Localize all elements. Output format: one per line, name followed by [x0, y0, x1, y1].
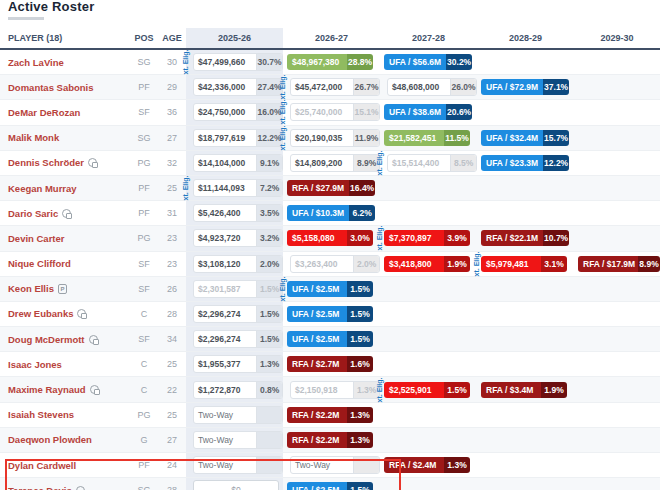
season-cell: $2,150,9181.3% — [283, 377, 380, 401]
badge-value: $5,979,481 — [481, 256, 541, 272]
position-cell: PG — [130, 403, 158, 427]
salary-input[interactable]: $5,426,4003.5% — [193, 204, 283, 222]
table-row: Keon EllisPSF26$2,301,5871.5%xt. Elig.UF… — [0, 277, 660, 302]
player-name[interactable]: Dario Saric — [8, 208, 58, 219]
salary-value: $15,514,400 — [388, 155, 450, 171]
player-name[interactable]: Malik Monk — [8, 132, 59, 143]
salary-input[interactable]: $4,923,7203.2% — [193, 229, 283, 247]
player-name[interactable]: Devin Carter — [8, 233, 65, 244]
salary-input[interactable]: $25,740,00015.1% — [290, 103, 380, 121]
salary-value: $2,296,274 — [194, 306, 256, 322]
player-name[interactable]: Zach LaVine — [8, 57, 64, 68]
badge-percent: 15.7% — [543, 130, 569, 146]
cap-percent — [353, 457, 379, 473]
season-cell: $14,809,2008.9% — [283, 151, 380, 175]
cap-percent: 1.5% — [256, 306, 282, 322]
cap-percent: 0.8% — [256, 382, 282, 398]
season-cell — [477, 176, 574, 200]
player-name[interactable]: Dylan Cardwell — [8, 460, 76, 471]
player-name[interactable]: Daeqwon Plowden — [8, 434, 92, 445]
salary-input[interactable]: $0 — [193, 480, 279, 490]
salary-input[interactable]: $3,263,4002.0% — [290, 255, 380, 273]
salary-option-badge: $21,582,45111.5% — [384, 130, 470, 146]
player-cell: Keegan Murray — [0, 176, 130, 200]
position-cell: G — [130, 428, 158, 452]
season-cell: UFA / $23.3M12.2% — [477, 151, 574, 175]
salary-input[interactable]: $45,472,00026.7% — [290, 78, 380, 96]
season-cell — [477, 302, 574, 326]
cap-percent: 1.3% — [256, 356, 282, 372]
season-cell: $21,582,45111.5% — [380, 126, 477, 150]
salary-input[interactable]: $2,301,5871.5% — [193, 280, 283, 298]
player-name[interactable]: Isaac Jones — [8, 359, 62, 370]
salary-input[interactable]: $14,809,2008.9% — [290, 154, 380, 172]
two-way-box[interactable]: Two-Way — [290, 456, 380, 474]
salary-input[interactable]: $3,108,1202.0% — [193, 255, 283, 273]
player-name[interactable]: Keon Ellis — [8, 283, 54, 294]
player-name[interactable]: Doug McDermott — [8, 334, 85, 345]
season-cell — [477, 403, 574, 427]
player-name[interactable]: Maxime Raynaud — [8, 384, 86, 395]
salary-value: $42,336,000 — [194, 79, 256, 95]
salary-input[interactable]: $42,336,00027.4% — [193, 78, 283, 96]
cap-percent: 9.1% — [256, 155, 282, 171]
two-way-box[interactable]: Two-Way — [193, 431, 283, 449]
season-cell — [574, 201, 660, 225]
salary-value: $47,499,660 — [194, 54, 256, 70]
player-name[interactable]: DeMar DeRozan — [8, 107, 80, 118]
season-cell — [574, 377, 660, 401]
free-agent-badge: RFA / $2.2M1.3% — [287, 432, 373, 448]
salary-input[interactable]: $20,190,03511.9% — [290, 129, 380, 147]
table-row: Daeqwon PlowdenG27Two-WayRFA / $2.2M1.3% — [0, 428, 660, 453]
player-cell: Dennis Schröder — [0, 151, 130, 175]
player-name[interactable]: Nique Clifford — [8, 258, 71, 269]
season-cell: $2,301,5871.5% — [186, 277, 283, 301]
player-name[interactable]: Terence Davis — [8, 485, 72, 490]
season-cell: RFA / $22.1M10.7% — [477, 226, 574, 250]
player-name[interactable]: Domantas Sabonis — [8, 82, 94, 93]
position-cell: SF — [130, 100, 158, 124]
column-header-pos: POS — [130, 28, 158, 48]
salary-input[interactable]: $2,296,2741.5% — [193, 305, 283, 323]
table-body: Zach LaVineSG30xt. Elig.$47,499,66030.7%… — [0, 50, 660, 490]
salary-input[interactable]: $2,296,2741.5% — [193, 330, 283, 348]
free-agent-badge: RFA / $27.9M16.4% — [287, 180, 375, 196]
two-way-box[interactable]: Two-Way — [193, 456, 283, 474]
badge-percent: 3.9% — [444, 230, 470, 246]
badge-percent: 1.5% — [347, 482, 373, 490]
player-cell: Zach LaVine — [0, 50, 130, 74]
salary-option-badge: $5,979,4813.1% — [481, 256, 567, 272]
player-name[interactable]: Drew Eubanks — [8, 308, 73, 319]
age-cell: 31 — [158, 201, 186, 225]
season-cell — [574, 302, 660, 326]
salary-input[interactable]: $2,150,9181.3% — [290, 381, 380, 399]
salary-input[interactable]: $48,608,00026.0% — [387, 78, 477, 96]
player-name[interactable]: Isaiah Stevens — [8, 409, 74, 420]
position-cell: SF — [130, 327, 158, 351]
salary-value: $45,472,000 — [291, 79, 353, 95]
salary-input[interactable]: $24,750,00016.0% — [193, 103, 283, 121]
two-way-box[interactable]: Two-Way — [193, 406, 283, 424]
salary-input[interactable]: $11,144,0937.2% — [193, 179, 283, 197]
salary-value: $5,426,400 — [194, 205, 256, 221]
contract-note-icon — [88, 158, 97, 167]
season-cell: xt. Elig.$47,499,66030.7% — [186, 50, 283, 74]
season-cell — [380, 403, 477, 427]
age-cell: 25 — [158, 352, 186, 376]
salary-input[interactable]: $15,514,4008.5% — [387, 154, 477, 172]
ext-elig-label: xt. Elig. — [279, 75, 286, 100]
salary-input[interactable]: $18,797,61912.2% — [193, 129, 283, 147]
salary-option-badge: $2,525,9011.5% — [384, 382, 470, 398]
ext-elig-label: xt. Elig. — [473, 251, 480, 276]
salary-input[interactable]: $47,499,66030.7% — [193, 53, 283, 71]
season-cell: $0 — [186, 478, 283, 490]
contract-note-icon — [89, 335, 98, 344]
salary-input[interactable]: $1,272,8700.8% — [193, 381, 283, 399]
season-cell: $48,608,00026.0% — [380, 75, 477, 99]
free-agent-badge: UFA / $56.6M30.2% — [384, 54, 472, 70]
player-name[interactable]: Keegan Murray — [8, 183, 77, 194]
player-name[interactable]: Dennis Schröder — [8, 157, 84, 168]
salary-input[interactable]: $1,955,3771.3% — [193, 355, 283, 373]
salary-value: $14,104,000 — [194, 155, 256, 171]
salary-input[interactable]: $14,104,0009.1% — [193, 154, 283, 172]
